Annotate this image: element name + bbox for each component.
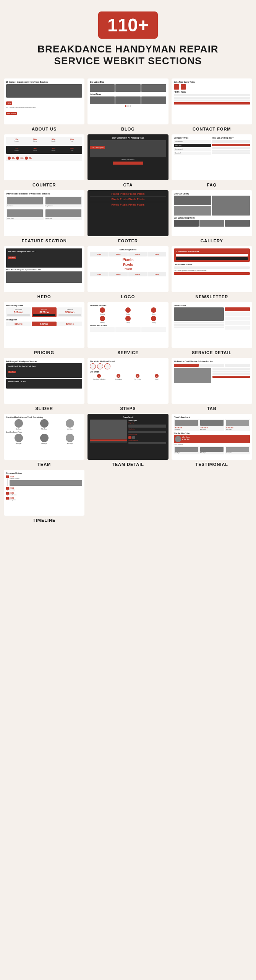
- section-item-team-detail[interactable]: Team Detail Mike Bryan Biography: Qualif…: [87, 414, 168, 467]
- section-item-logo[interactable]: Our Loving Clients Pixels Pixels Pixels …: [87, 246, 168, 299]
- team-detail-bio: [128, 425, 166, 428]
- service-item-5: Cleaning: [115, 316, 140, 323]
- tab-preview: We Provide Cost Effective Solution For Y…: [172, 358, 252, 404]
- slider-title: Full Range Of Handyman Services: [6, 360, 82, 363]
- footer-logo-7: Pixels: [128, 198, 136, 201]
- blog-title: Our Latest Blog: [90, 81, 166, 83]
- contact-field-1: [174, 94, 250, 96]
- step-label-3: The Pro Day: [128, 379, 147, 380]
- blog-img-4: [90, 96, 115, 104]
- team-avatar-1: [15, 419, 23, 428]
- slider-label: SLIDER: [35, 406, 53, 411]
- testimonial-grid-2: Mike Bryan Mike Bryan Mike Bryan: [174, 446, 250, 454]
- section-item-gallery[interactable]: View Our Gallery Our Outstanding Works G…: [172, 190, 252, 243]
- gallery-label: GALLERY: [201, 238, 223, 243]
- step-num-1: 1: [99, 375, 99, 377]
- timeline-img-1: [10, 480, 82, 486]
- section-item-contact[interactable]: Get a Free Quote Today Fill The Form CON…: [172, 78, 252, 131]
- faq-subscribe-btn: [212, 144, 250, 146]
- section-item-footer[interactable]: Pixels Pixels Pixels Pixels Pixels Pixel…: [87, 190, 168, 243]
- footer-logo-2: Pixels: [120, 193, 128, 195]
- logo-item-3: Pixels: [135, 253, 140, 255]
- slider-subtitle: Need It Fixed? We Care To Fix It Right: [8, 365, 36, 367]
- service-sub-2: [115, 327, 140, 332]
- section-item-testimonial[interactable]: Client's Feedback ★★★★★ Mike Bryan ★★★★★…: [172, 414, 252, 467]
- step-num-3: 3: [137, 375, 138, 377]
- pricing-plan-3: Premium: [58, 309, 81, 310]
- pricing-price-1: $10/mo: [7, 311, 30, 314]
- newsletter-preview: Subscribe Our Newsletter Get Updates & N…: [172, 246, 252, 292]
- blog-preview: Our Latest Blog Latest News: [87, 78, 168, 124]
- section-item-timeline[interactable]: Company History 2010 Company Founded: [4, 470, 84, 523]
- timeline-item-4: 2024 Recognition: [6, 497, 82, 501]
- team-name-6: Mike Bryan: [57, 443, 82, 444]
- logo-main-text-2: Pixels: [123, 263, 133, 266]
- service-icon-6: [151, 316, 156, 321]
- blog-label: BLOG: [121, 127, 135, 131]
- step-num-4: 4: [156, 375, 157, 377]
- section-item-steps[interactable]: The Marks We Have Earned Our Steps 1 Eas…: [87, 358, 168, 411]
- footer-logo-10: Pixels: [120, 203, 128, 206]
- service-detail-text-2: [174, 324, 224, 326]
- testimonial-name-3: Mike Bryan: [226, 429, 249, 430]
- pricing-price-3: $30/mo: [58, 311, 81, 314]
- feature-preview: Offer Reliable Services For Most Home Se…: [4, 190, 84, 236]
- timeline-item-1: 2010 Company Founded: [6, 475, 82, 486]
- tab-label: TAB: [207, 406, 217, 411]
- testimonial-img-6: [226, 447, 249, 452]
- steps-row-1: 1 Easy Steps For Booking 2 Service Area …: [90, 374, 166, 380]
- steps-icons: [90, 363, 166, 369]
- team-detail-section-2: Qualification:: [128, 428, 166, 430]
- testimonial-img-1: [175, 420, 198, 426]
- service-icon-2: [125, 307, 131, 313]
- service-detail-preview: Service Detail: [172, 302, 252, 348]
- testimonial-name-5: Mike Bryan: [200, 452, 224, 454]
- service-detail-title: Service Detail: [174, 304, 250, 307]
- blog-dot-2: [127, 105, 129, 107]
- team-detail-name-bar: [90, 441, 127, 443]
- section-item-about[interactable]: 20 Years of Experience in Handyman Servi…: [4, 78, 84, 131]
- logo-preview: Our Loving Clients Pixels Pixels Pixels …: [87, 246, 168, 292]
- cta-label: CTA: [123, 183, 133, 187]
- slider-tagline: Repairer Offers The Best: [8, 381, 26, 382]
- section-item-service-detail[interactable]: Service Detail SERVICE DETAIL: [172, 302, 252, 355]
- feature-title: Offer Reliable Services For Most Home Se…: [6, 193, 82, 195]
- steps-icon-3: [104, 363, 110, 369]
- section-item-service[interactable]: Featured Services Carpentry Plumbing Ele…: [87, 302, 168, 355]
- counter-num-9: 10+: [12, 157, 15, 159]
- tab-2: [199, 364, 224, 367]
- counter-lbl-1: Projects: [8, 140, 25, 142]
- team-detail-name: Mike Bryan: [128, 420, 166, 421]
- section-item-blog[interactable]: Our Latest Blog Latest News BLOG: [87, 78, 168, 131]
- pricing-btn-1: [7, 314, 30, 316]
- team-name-3: Mike Bryan: [57, 428, 82, 430]
- faq-item-4: Warranties?: [174, 152, 212, 155]
- section-item-cta[interactable]: Start Career With An Amazing Team 20% OF…: [87, 134, 168, 187]
- section-item-faq[interactable]: Company FAQ's What services? How to book…: [172, 134, 252, 187]
- feature-text-3: Good Quality: [7, 218, 43, 219]
- steps-label: STEPS: [120, 406, 136, 411]
- section-item-feature[interactable]: Offer Reliable Services For Most Home Se…: [4, 190, 84, 243]
- section-item-newsletter[interactable]: Subscribe Our Newsletter Get Updates & N…: [172, 246, 252, 299]
- section-item-slider[interactable]: Full Range Of Handyman Services Need It …: [4, 358, 84, 411]
- steps-icon-1: [90, 363, 96, 369]
- blog-img-2: [115, 84, 140, 92]
- pricing-card-6: $30/mo: [57, 322, 82, 326]
- testimonial-img-4: [175, 447, 198, 452]
- service-icon-4: [100, 316, 105, 321]
- testimonial-title-2: Client's Feedback: [174, 444, 250, 446]
- step-label-2: Service Area: [109, 379, 128, 380]
- testimonial-preview: Client's Feedback ★★★★★ Mike Bryan ★★★★★…: [172, 414, 252, 460]
- team-avatar-6: [66, 434, 74, 442]
- section-item-team[interactable]: Creative Minds Always Think Something Mi…: [4, 414, 84, 467]
- section-item-hero[interactable]: The Best Handyman Near You Get Started W…: [4, 246, 84, 299]
- footer-logo-12: Pixels: [137, 203, 144, 206]
- service-sidebar-item-1: [225, 307, 250, 311]
- team-name-5: Mike Bryan: [32, 443, 57, 444]
- counter-lbl-2: Clients: [26, 140, 44, 142]
- testimonial-featured-stars: ★★★★★: [182, 438, 190, 440]
- newsletter-desc: Get Latest Updates Subscribe to Our News…: [174, 270, 250, 271]
- section-item-counter[interactable]: 10+Projects 20+Clients 30+Awards 40+Team…: [4, 134, 84, 187]
- section-item-pricing[interactable]: Membership Plans Basic Plan $10/mo Pro P…: [4, 302, 84, 355]
- section-item-tab[interactable]: We Provide Cost Effective Solution For Y…: [172, 358, 252, 411]
